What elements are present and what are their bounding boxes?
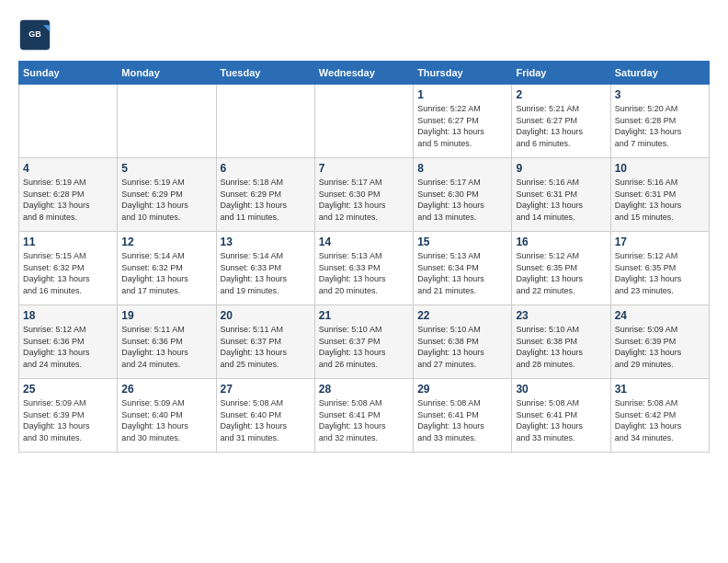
day-number: 12	[121, 236, 211, 248]
calendar-cell	[19, 85, 118, 158]
header-monday: Monday	[118, 62, 216, 85]
calendar-cell: 8Sunrise: 5:17 AM Sunset: 6:30 PM Daylig…	[414, 158, 512, 232]
day-number: 10	[615, 162, 705, 175]
calendar-cell: 6Sunrise: 5:18 AM Sunset: 6:29 PM Daylig…	[216, 158, 314, 232]
calendar-cell: 9Sunrise: 5:16 AM Sunset: 6:31 PM Daylig…	[512, 158, 610, 232]
day-number: 18	[23, 309, 113, 322]
day-info: Sunrise: 5:20 AM Sunset: 6:28 PM Dayligh…	[615, 103, 705, 149]
calendar-week-3: 11Sunrise: 5:15 AM Sunset: 6:32 PM Dayli…	[19, 232, 710, 305]
day-info: Sunrise: 5:08 AM Sunset: 6:41 PM Dayligh…	[516, 397, 606, 443]
calendar-cell	[216, 85, 314, 158]
day-number: 26	[121, 383, 211, 396]
header-tuesday: Tuesday	[216, 62, 314, 85]
day-info: Sunrise: 5:17 AM Sunset: 6:30 PM Dayligh…	[417, 177, 507, 223]
calendar-cell: 25Sunrise: 5:09 AM Sunset: 6:39 PM Dayli…	[19, 379, 118, 453]
calendar-header-row: SundayMondayTuesdayWednesdayThursdayFrid…	[19, 62, 710, 85]
day-number: 14	[319, 236, 409, 248]
calendar-cell: 24Sunrise: 5:09 AM Sunset: 6:39 PM Dayli…	[610, 305, 709, 379]
calendar-cell: 2Sunrise: 5:21 AM Sunset: 6:27 PM Daylig…	[512, 85, 610, 158]
day-number: 24	[615, 309, 705, 322]
day-info: Sunrise: 5:13 AM Sunset: 6:34 PM Dayligh…	[417, 250, 507, 296]
header-saturday: Saturday	[610, 62, 709, 85]
calendar-week-5: 25Sunrise: 5:09 AM Sunset: 6:39 PM Dayli…	[19, 379, 710, 453]
day-info: Sunrise: 5:08 AM Sunset: 6:42 PM Dayligh…	[615, 397, 705, 443]
day-number: 29	[417, 383, 507, 396]
day-number: 6	[221, 162, 311, 175]
day-number: 28	[319, 383, 409, 396]
calendar-cell: 11Sunrise: 5:15 AM Sunset: 6:32 PM Dayli…	[19, 232, 118, 305]
day-info: Sunrise: 5:12 AM Sunset: 6:36 PM Dayligh…	[23, 324, 113, 370]
day-info: Sunrise: 5:08 AM Sunset: 6:40 PM Dayligh…	[221, 397, 311, 443]
calendar-cell: 21Sunrise: 5:10 AM Sunset: 6:37 PM Dayli…	[314, 305, 413, 379]
calendar-cell: 30Sunrise: 5:08 AM Sunset: 6:41 PM Dayli…	[512, 379, 610, 453]
calendar-cell: 14Sunrise: 5:13 AM Sunset: 6:33 PM Dayli…	[314, 232, 413, 305]
calendar-cell: 19Sunrise: 5:11 AM Sunset: 6:36 PM Dayli…	[118, 305, 216, 379]
day-info: Sunrise: 5:14 AM Sunset: 6:33 PM Dayligh…	[221, 250, 311, 296]
calendar-cell: 26Sunrise: 5:09 AM Sunset: 6:40 PM Dayli…	[118, 379, 216, 453]
calendar-week-1: 1Sunrise: 5:22 AM Sunset: 6:27 PM Daylig…	[19, 85, 710, 158]
day-number: 2	[516, 88, 606, 101]
calendar-cell: 1Sunrise: 5:22 AM Sunset: 6:27 PM Daylig…	[414, 85, 512, 158]
day-number: 31	[615, 383, 705, 396]
day-info: Sunrise: 5:15 AM Sunset: 6:32 PM Dayligh…	[23, 250, 113, 296]
day-info: Sunrise: 5:12 AM Sunset: 6:35 PM Dayligh…	[516, 250, 606, 296]
day-info: Sunrise: 5:11 AM Sunset: 6:37 PM Dayligh…	[221, 324, 311, 370]
calendar-cell: 22Sunrise: 5:10 AM Sunset: 6:38 PM Dayli…	[414, 305, 512, 379]
header-friday: Friday	[512, 62, 610, 85]
day-number: 1	[417, 88, 507, 101]
day-info: Sunrise: 5:17 AM Sunset: 6:30 PM Dayligh…	[319, 177, 409, 223]
calendar-cell: 20Sunrise: 5:11 AM Sunset: 6:37 PM Dayli…	[216, 305, 314, 379]
calendar-cell: 16Sunrise: 5:12 AM Sunset: 6:35 PM Dayli…	[512, 232, 610, 305]
day-number: 8	[417, 162, 507, 175]
day-info: Sunrise: 5:10 AM Sunset: 6:37 PM Dayligh…	[319, 324, 409, 370]
calendar-cell: 13Sunrise: 5:14 AM Sunset: 6:33 PM Dayli…	[216, 232, 314, 305]
day-number: 4	[23, 162, 113, 175]
page-header: GB	[18, 18, 710, 52]
calendar-cell: 17Sunrise: 5:12 AM Sunset: 6:35 PM Dayli…	[610, 232, 709, 305]
day-number: 19	[121, 309, 211, 322]
calendar-week-2: 4Sunrise: 5:19 AM Sunset: 6:28 PM Daylig…	[19, 158, 710, 232]
calendar-cell: 29Sunrise: 5:08 AM Sunset: 6:41 PM Dayli…	[414, 379, 512, 453]
day-info: Sunrise: 5:08 AM Sunset: 6:41 PM Dayligh…	[417, 397, 507, 443]
day-number: 16	[516, 236, 606, 248]
calendar-cell: 23Sunrise: 5:10 AM Sunset: 6:38 PM Dayli…	[512, 305, 610, 379]
day-number: 20	[221, 309, 311, 322]
day-info: Sunrise: 5:16 AM Sunset: 6:31 PM Dayligh…	[516, 177, 606, 223]
day-info: Sunrise: 5:13 AM Sunset: 6:33 PM Dayligh…	[319, 250, 409, 296]
calendar-cell: 31Sunrise: 5:08 AM Sunset: 6:42 PM Dayli…	[610, 379, 709, 453]
calendar-cell: 3Sunrise: 5:20 AM Sunset: 6:28 PM Daylig…	[610, 85, 709, 158]
day-number: 23	[516, 309, 606, 322]
day-info: Sunrise: 5:11 AM Sunset: 6:36 PM Dayligh…	[121, 324, 211, 370]
calendar-cell: 7Sunrise: 5:17 AM Sunset: 6:30 PM Daylig…	[314, 158, 413, 232]
day-info: Sunrise: 5:12 AM Sunset: 6:35 PM Dayligh…	[615, 250, 705, 296]
day-info: Sunrise: 5:14 AM Sunset: 6:32 PM Dayligh…	[121, 250, 211, 296]
logo: GB	[18, 18, 55, 52]
day-number: 9	[516, 162, 606, 175]
day-info: Sunrise: 5:18 AM Sunset: 6:29 PM Dayligh…	[221, 177, 311, 223]
day-info: Sunrise: 5:22 AM Sunset: 6:27 PM Dayligh…	[417, 103, 507, 149]
day-number: 5	[121, 162, 211, 175]
day-info: Sunrise: 5:16 AM Sunset: 6:31 PM Dayligh…	[615, 177, 705, 223]
svg-text:GB: GB	[28, 29, 41, 39]
header-wednesday: Wednesday	[314, 62, 413, 85]
day-info: Sunrise: 5:09 AM Sunset: 6:39 PM Dayligh…	[23, 397, 113, 443]
day-number: 3	[615, 88, 705, 101]
day-number: 27	[221, 383, 311, 396]
day-info: Sunrise: 5:09 AM Sunset: 6:39 PM Dayligh…	[615, 324, 705, 370]
calendar-cell: 18Sunrise: 5:12 AM Sunset: 6:36 PM Dayli…	[19, 305, 118, 379]
calendar-week-4: 18Sunrise: 5:12 AM Sunset: 6:36 PM Dayli…	[19, 305, 710, 379]
calendar-cell: 10Sunrise: 5:16 AM Sunset: 6:31 PM Dayli…	[610, 158, 709, 232]
header-thursday: Thursday	[414, 62, 512, 85]
day-info: Sunrise: 5:10 AM Sunset: 6:38 PM Dayligh…	[516, 324, 606, 370]
day-number: 25	[23, 383, 113, 396]
day-number: 13	[221, 236, 311, 248]
calendar-cell	[314, 85, 413, 158]
day-number: 17	[615, 236, 705, 248]
day-info: Sunrise: 5:19 AM Sunset: 6:28 PM Dayligh…	[23, 177, 113, 223]
day-number: 15	[417, 236, 507, 248]
day-number: 21	[319, 309, 409, 322]
day-info: Sunrise: 5:08 AM Sunset: 6:41 PM Dayligh…	[319, 397, 409, 443]
calendar-cell	[118, 85, 216, 158]
header-sunday: Sunday	[19, 62, 118, 85]
calendar-cell: 5Sunrise: 5:19 AM Sunset: 6:29 PM Daylig…	[118, 158, 216, 232]
